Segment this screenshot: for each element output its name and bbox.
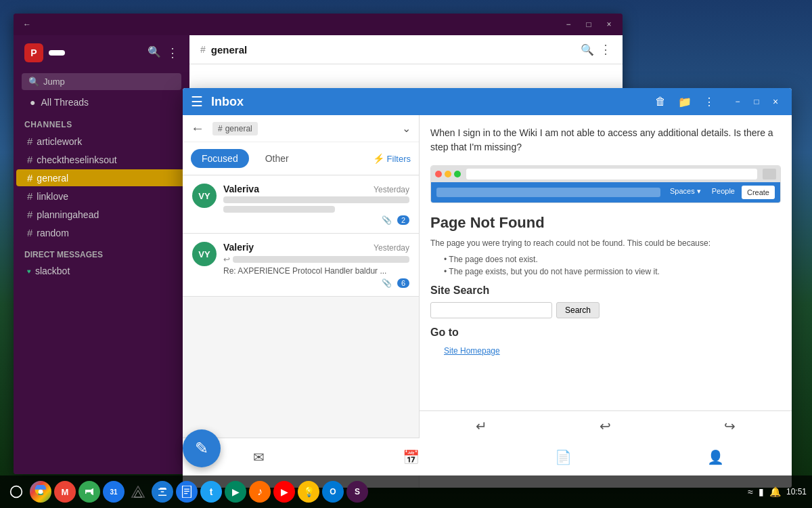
nav-mail-btn[interactable]: ✉ (243, 441, 275, 473)
outlook-minimize-btn[interactable]: − (729, 93, 746, 110)
site-search-row: Search (430, 302, 781, 318)
nav-calendar-btn[interactable]: 📅 (395, 441, 428, 473)
message-item[interactable]: VY Valeriva Yesterday 📎 2 (183, 175, 419, 234)
msg-count-badge: 6 (397, 278, 409, 288)
taskbar-files[interactable] (152, 481, 173, 503)
outlook-delete-btn[interactable]: 🗑 (651, 92, 670, 111)
msg-content: Valeriva Yesterday 📎 2 (223, 184, 409, 225)
hash-icon: # (27, 135, 32, 147)
channel-name: general (37, 173, 68, 184)
spaces-link[interactable]: Spaces ▾ (666, 186, 705, 199)
tab-other[interactable]: Other (254, 149, 300, 168)
nav-files-btn[interactable]: 📄 (547, 441, 580, 473)
goto-title: Go to (430, 326, 781, 339)
taskbar-youtube[interactable]: ▶ (273, 481, 295, 503)
slack-titlebar: ← − □ × (14, 14, 623, 35)
outlook-archive-btn[interactable]: 📁 (675, 92, 694, 111)
dm-name: slackbot (35, 266, 70, 276)
wiki-ss-nav: Spaces ▾ People Create (431, 182, 780, 203)
dropdown-chevron-icon[interactable]: ⌄ (402, 122, 411, 135)
slack-close-btn[interactable]: × (601, 16, 617, 33)
msg-header: Valeriva Yesterday (223, 184, 409, 194)
dm-section-header: DIRECT MESSAGES (14, 242, 189, 262)
sidebar-item-all-threads[interactable]: ● All Threads (19, 93, 184, 111)
site-search-title: Site Search (430, 284, 781, 297)
hamburger-icon[interactable]: ☰ (191, 93, 203, 110)
channel-item-general[interactable]: # general (16, 169, 187, 186)
header-more-icon[interactable]: ⋮ (600, 42, 612, 57)
filters-button[interactable]: ⚡ Filters (373, 153, 411, 164)
people-link[interactable]: People (708, 186, 739, 199)
reply-btn[interactable]: ↵ (466, 412, 498, 440)
wifi-icon[interactable]: ≈ (748, 486, 753, 497)
site-homepage-link[interactable]: Site Homepage (444, 346, 500, 356)
svg-point-0 (11, 486, 22, 498)
nav-people-btn[interactable]: 👤 (700, 441, 732, 473)
msg-count-badge: 2 (397, 215, 409, 225)
channel-item-checktheselinksout[interactable]: # checktheselinksout (16, 151, 187, 168)
taskbar-drive[interactable] (127, 481, 149, 503)
slack-maximize-btn[interactable]: □ (581, 16, 597, 33)
taskbar: M 31 t ▶ ♪ ▶ 💡 O S ≈ ▮ 🔔 10:51 (0, 475, 812, 508)
sidebar-header: P 🔍 ⋮ (14, 35, 189, 70)
msg-time: Yesterday (374, 185, 409, 194)
taskbar-docs[interactable] (176, 481, 198, 503)
reply-all-btn[interactable]: ↩ (589, 412, 622, 440)
outlook-title: Inbox (211, 95, 646, 109)
channel-item-planningahead[interactable]: # planningahead (16, 206, 187, 223)
taskbar-twitter[interactable]: t (200, 481, 222, 503)
create-button[interactable]: Create (742, 186, 775, 199)
channel-item-linklove[interactable]: # linklove (16, 188, 187, 205)
wiki-ss-titlebar (431, 166, 780, 182)
more-icon[interactable]: ⋮ (166, 45, 179, 60)
sidebar-search[interactable]: 🔍 Jump (22, 73, 181, 90)
taskbar-gmail[interactable]: M (54, 481, 76, 503)
dm-item-slackbot[interactable]: ♥ slackbot (16, 263, 187, 279)
taskbar-outlook[interactable]: O (322, 481, 344, 503)
attachment-icon: 📎 (382, 278, 392, 288)
wiki-screenshot: Spaces ▾ People Create (430, 165, 781, 203)
filters-icon: ⚡ (373, 153, 384, 164)
msg-preview-line (233, 256, 409, 263)
channel-name: checktheselinksout (37, 154, 116, 165)
launcher-btn[interactable] (5, 481, 27, 503)
taskbar-calendar[interactable]: 31 (103, 481, 125, 503)
message-item[interactable]: VY Valeriy Yesterday ↩ Re: AXPERIENCE Pr… (183, 234, 419, 297)
channel-item-articlework[interactable]: # articlework (16, 133, 187, 150)
slack-window-controls: − □ × (560, 16, 617, 33)
site-search-input[interactable] (430, 302, 552, 318)
taskbar-keep[interactable]: 💡 (298, 481, 319, 503)
notification-icon[interactable]: 🔔 (769, 486, 781, 497)
msg-content: Valeriy Yesterday ↩ Re: AXPERIENCE Proto… (223, 242, 409, 288)
outlook-restore-btn[interactable]: □ (748, 93, 765, 110)
slack-minimize-btn[interactable]: − (560, 16, 577, 33)
msg-sender: Valeriva (223, 184, 259, 194)
wiki-question-text: When I sign in to the Wiki I am not able… (430, 126, 781, 154)
tab-focused[interactable]: Focused (191, 149, 249, 168)
back-arrow-btn[interactable]: ← (191, 121, 204, 136)
taskbar-music[interactable]: ♪ (249, 481, 271, 503)
taskbar-clock[interactable]: 10:51 (786, 487, 807, 496)
outlook-close-btn[interactable]: × (767, 93, 784, 110)
dm-label: DIRECT MESSAGES (24, 250, 103, 259)
search-icon[interactable]: 🔍 (148, 45, 161, 60)
battery-icon[interactable]: ▮ (759, 486, 764, 497)
taskbar-slack[interactable]: S (346, 481, 368, 503)
hash-icon: # (27, 172, 32, 184)
svg-point-2 (39, 490, 43, 494)
forward-btn[interactable]: ↪ (713, 412, 746, 440)
outlook-more-btn[interactable]: ⋮ (700, 92, 719, 111)
slack-back-btn[interactable]: ← (19, 16, 35, 33)
reply-icon: ↩ (223, 255, 230, 264)
compose-fab[interactable]: ✎ (183, 429, 221, 467)
filters-label: Filters (387, 154, 411, 164)
taskbar-chrome[interactable] (30, 481, 51, 503)
channel-item-random[interactable]: # random (16, 224, 187, 241)
close-dot (435, 171, 442, 177)
taskbar-meet[interactable] (78, 481, 100, 503)
all-threads-label: All Threads (41, 97, 89, 108)
header-search-icon[interactable]: 🔍 (581, 43, 594, 56)
taskbar-play[interactable]: ▶ (225, 481, 246, 503)
search-button[interactable]: Search (556, 302, 600, 318)
error-bullet-1: • The page does not exist. (444, 255, 781, 264)
